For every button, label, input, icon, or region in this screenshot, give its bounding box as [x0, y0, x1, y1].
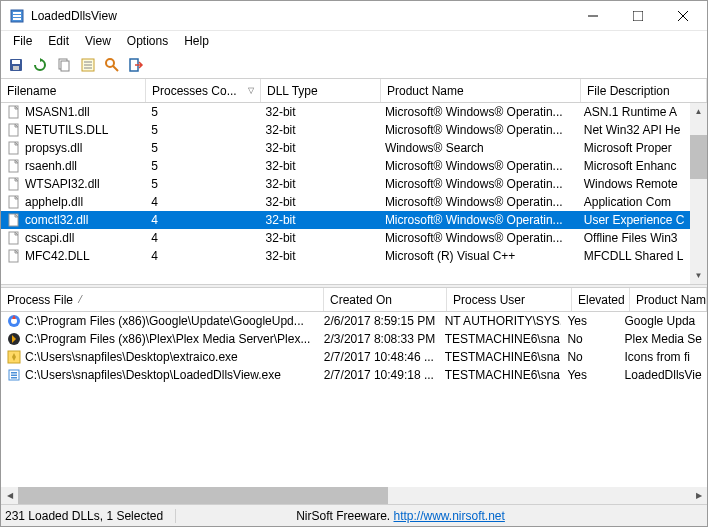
table-row[interactable]: C:\Program Files (x86)\Google\Update\Goo… [1, 312, 707, 330]
process-icon [7, 332, 21, 346]
table-row[interactable]: propsys.dll532-bitWindows® SearchMicroso… [1, 139, 707, 157]
file-icon [7, 105, 21, 119]
cell-filename: apphelp.dll [1, 194, 145, 210]
scroll-right-icon[interactable]: ▶ [690, 487, 707, 504]
file-icon [7, 177, 21, 191]
table-row[interactable]: C:\Users\snapfiles\Desktop\LoadedDllsVie… [1, 366, 707, 384]
svg-rect-1 [13, 12, 21, 14]
dll-vscroll[interactable]: ▲ ▼ [690, 103, 707, 284]
cell-dlltype: 32-bit [260, 212, 379, 228]
find-icon[interactable] [101, 54, 123, 76]
col-filedesc[interactable]: File Description [581, 79, 707, 102]
cell-created: 2/3/2017 8:08:33 PM [318, 331, 439, 347]
col-product[interactable]: Product Name [381, 79, 581, 102]
status-count: 231 Loaded DLLs, 1 Selected [5, 509, 176, 523]
cell-dlltype: 32-bit [260, 194, 379, 210]
cell-product: Windows® Search [379, 140, 578, 156]
hscroll-track[interactable] [18, 487, 690, 504]
cell-processes: 5 [145, 104, 259, 120]
cell-dlltype: 32-bit [260, 230, 379, 246]
cell-product: Microsoft® Windows® Operatin... [379, 104, 578, 120]
col-product2[interactable]: Product Nam [630, 288, 707, 311]
menu-help[interactable]: Help [176, 32, 217, 50]
cell-filedesc: Windows Remote [578, 176, 707, 192]
scroll-thumb[interactable] [690, 135, 707, 179]
menu-view[interactable]: View [77, 32, 119, 50]
refresh-icon[interactable] [29, 54, 51, 76]
col-filename[interactable]: Filename [1, 79, 146, 102]
file-icon [7, 195, 21, 209]
hscroll-thumb[interactable] [18, 487, 388, 504]
save-icon[interactable] [5, 54, 27, 76]
maximize-button[interactable] [615, 1, 660, 31]
col-processfile[interactable]: Process File ∕ [1, 288, 324, 311]
table-row[interactable]: C:\Users\snapfiles\Desktop\extraico.exe2… [1, 348, 707, 366]
cell-processfile: C:\Users\snapfiles\Desktop\extraico.exe [1, 349, 318, 365]
table-row[interactable]: rsaenh.dll532-bitMicrosoft® Windows® Ope… [1, 157, 707, 175]
cell-filedesc: Net Win32 API He [578, 122, 707, 138]
col-dlltype[interactable]: DLL Type [261, 79, 381, 102]
svg-line-18 [113, 66, 118, 71]
cell-product: Microsoft® Windows® Operatin... [379, 122, 578, 138]
cell-product2: Google Upda [619, 313, 707, 329]
cell-dlltype: 32-bit [260, 248, 379, 264]
table-row[interactable]: MSASN1.dll532-bitMicrosoft® Windows® Ope… [1, 103, 707, 121]
table-row[interactable]: WTSAPI32.dll532-bitMicrosoft® Windows® O… [1, 175, 707, 193]
menu-edit[interactable]: Edit [40, 32, 77, 50]
col-processes[interactable]: Processes Co...▽ [146, 79, 261, 102]
table-row[interactable]: cscapi.dll432-bitMicrosoft® Windows® Ope… [1, 229, 707, 247]
menu-options[interactable]: Options [119, 32, 176, 50]
svg-point-17 [106, 59, 114, 67]
menu-file[interactable]: File [5, 32, 40, 50]
scroll-track[interactable] [690, 120, 707, 267]
cell-dlltype: 32-bit [260, 158, 379, 174]
svg-rect-5 [633, 11, 643, 21]
cell-filename: comctl32.dll [1, 212, 145, 228]
table-row[interactable]: apphelp.dll432-bitMicrosoft® Windows® Op… [1, 193, 707, 211]
table-row[interactable]: NETUTILS.DLL532-bitMicrosoft® Windows® O… [1, 121, 707, 139]
cell-product2: Icons from fi [619, 349, 707, 365]
cell-product: Microsoft (R) Visual C++ [379, 248, 578, 264]
table-row[interactable]: C:\Program Files (x86)\Plex\Plex Media S… [1, 330, 707, 348]
svg-rect-2 [13, 15, 21, 17]
svg-rect-35 [11, 375, 17, 377]
col-elevated[interactable]: Elevated [572, 288, 630, 311]
scroll-left-icon[interactable]: ◀ [1, 487, 18, 504]
dll-rows[interactable]: MSASN1.dll532-bitMicrosoft® Windows® Ope… [1, 103, 707, 284]
exit-icon[interactable] [125, 54, 147, 76]
cell-filedesc: Microsoft Proper [578, 140, 707, 156]
col-user[interactable]: Process User [447, 288, 572, 311]
properties-icon[interactable] [77, 54, 99, 76]
window-title: LoadedDllsView [31, 9, 570, 23]
cell-filename: rsaenh.dll [1, 158, 145, 174]
cell-filedesc: Microsoft Enhanc [578, 158, 707, 174]
cell-filename: NETUTILS.DLL [1, 122, 145, 138]
process-icon [7, 350, 21, 364]
close-button[interactable] [660, 1, 705, 31]
file-icon [7, 123, 21, 137]
copy-icon[interactable] [53, 54, 75, 76]
process-hscroll[interactable]: ◀ ▶ [1, 487, 707, 504]
col-processfile-label: Process File [7, 293, 73, 307]
scroll-down-icon[interactable]: ▼ [690, 267, 707, 284]
cell-processes: 5 [145, 176, 259, 192]
menubar: File Edit View Options Help [1, 31, 707, 51]
scroll-up-icon[interactable]: ▲ [690, 103, 707, 120]
dll-listview: Filename Processes Co...▽ DLL Type Produ… [1, 79, 707, 284]
table-row[interactable]: comctl32.dll432-bitMicrosoft® Windows® O… [1, 211, 707, 229]
cell-product: Microsoft® Windows® Operatin... [379, 212, 578, 228]
nirsoft-link[interactable]: http://www.nirsoft.net [393, 509, 504, 523]
file-icon [7, 213, 21, 227]
app-icon [9, 8, 25, 24]
cell-product: Microsoft® Windows® Operatin... [379, 176, 578, 192]
cell-processes: 5 [145, 140, 259, 156]
process-rows[interactable]: C:\Program Files (x86)\Google\Update\Goo… [1, 312, 707, 487]
col-created[interactable]: Created On [324, 288, 447, 311]
svg-rect-12 [61, 61, 69, 71]
cell-filedesc: Offline Files Win3 [578, 230, 707, 246]
table-row[interactable]: MFC42.DLL432-bitMicrosoft (R) Visual C++… [1, 247, 707, 265]
cell-elevated: No [561, 331, 618, 347]
minimize-button[interactable] [570, 1, 615, 31]
cell-processes: 4 [145, 212, 259, 228]
cell-processes: 4 [145, 194, 259, 210]
